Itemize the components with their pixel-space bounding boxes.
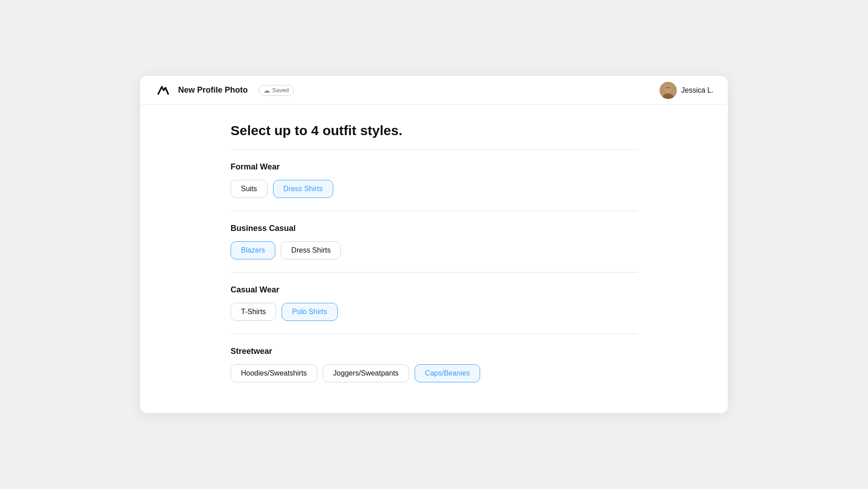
saved-label: Saved [272, 87, 289, 94]
section-formal-wear: Formal Wear Suits Dress Shirts [231, 162, 637, 198]
svg-point-5 [669, 87, 670, 88]
option-caps-beanies[interactable]: Caps/Beanies [415, 364, 481, 382]
header: New Profile Photo ☁ Saved [140, 76, 728, 105]
svg-point-3 [665, 85, 671, 91]
options-streetwear: Hoodies/Sweatshirts Joggers/Sweatpants C… [231, 364, 637, 382]
section-title-casual-wear: Casual Wear [231, 285, 637, 295]
cloud-icon: ☁ [264, 87, 270, 94]
logo-icon [155, 82, 171, 99]
option-blazers[interactable]: Blazers [231, 241, 275, 259]
avatar-image [660, 82, 677, 99]
main-content: Select up to 4 outfit styles. Formal Wea… [140, 105, 728, 413]
option-joggers-sweatpants[interactable]: Joggers/Sweatpants [323, 364, 409, 382]
top-divider [231, 149, 637, 150]
divider-1 [231, 211, 637, 211]
options-formal-wear: Suits Dress Shirts [231, 180, 637, 198]
main-window: New Profile Photo ☁ Saved [140, 76, 728, 413]
section-business-casual: Business Casual Blazers Dress Shirts [231, 224, 637, 259]
username: Jessica L. [681, 86, 713, 94]
option-polo-shirts[interactable]: Polo Shirts [282, 303, 337, 321]
option-dress-shirts-business[interactable]: Dress Shirts [281, 241, 341, 259]
options-casual-wear: T-Shirts Polo Shirts [231, 303, 637, 321]
user-area: Jessica L. [660, 82, 713, 99]
option-suits[interactable]: Suits [231, 180, 268, 198]
section-casual-wear: Casual Wear T-Shirts Polo Shirts [231, 285, 637, 321]
option-tshirts[interactable]: T-Shirts [231, 303, 276, 321]
avatar [660, 82, 677, 99]
option-hoodies-sweatshirts[interactable]: Hoodies/Sweatshirts [231, 364, 317, 382]
section-title-business-casual: Business Casual [231, 224, 637, 233]
section-streetwear: Streetwear Hoodies/Sweatshirts Joggers/S… [231, 347, 637, 382]
svg-point-4 [666, 87, 667, 88]
section-title-formal-wear: Formal Wear [231, 162, 637, 172]
option-dress-shirts-formal[interactable]: Dress Shirts [273, 180, 333, 198]
divider-3 [231, 334, 637, 334]
saved-badge: ☁ Saved [259, 85, 294, 96]
divider-2 [231, 272, 637, 273]
section-title-streetwear: Streetwear [231, 347, 637, 356]
header-title: New Profile Photo [178, 85, 248, 95]
page-title: Select up to 4 outfit styles. [231, 123, 637, 138]
options-business-casual: Blazers Dress Shirts [231, 241, 637, 259]
